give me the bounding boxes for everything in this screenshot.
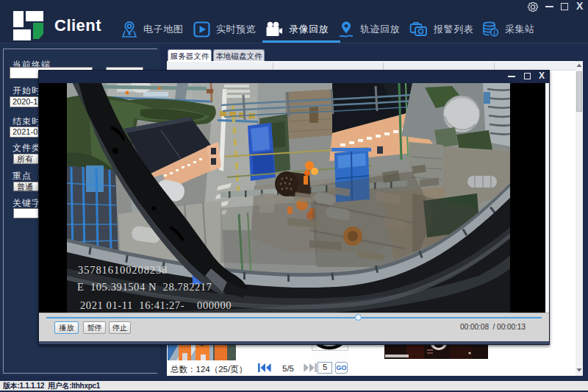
svg-text:E 105.391504 N 28.782217: E 105.391504 N 28.782217 (77, 281, 212, 293)
svg-text:2021 01-11 16:41:27- 00000: 2021 01-11 16:41:27- 000000 (80, 299, 232, 311)
svg-text:357816100208238: 357816100208238 (78, 264, 168, 276)
